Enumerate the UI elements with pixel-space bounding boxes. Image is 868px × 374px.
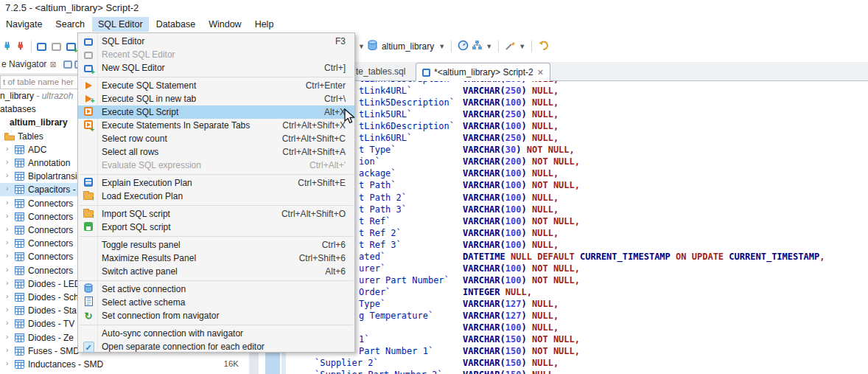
save-green-icon bbox=[81, 221, 96, 234]
expand-chevron-icon[interactable]: › bbox=[6, 279, 8, 287]
menu-item-shortcut: Ctrl+Enter bbox=[306, 80, 346, 91]
menu-item-open-separate-connection-for-each-editor[interactable]: ✓Open separate connection for each edito… bbox=[78, 340, 354, 353]
recent-sql-editor-icon[interactable] bbox=[52, 43, 61, 51]
menu-item-import-sql-script[interactable]: Import SQL scriptCtrl+Alt+Shift+O bbox=[78, 207, 354, 221]
sql-editor-icon[interactable] bbox=[37, 43, 46, 51]
expand-chevron-icon[interactable]: › bbox=[6, 212, 8, 220]
menubar-item-navigate[interactable]: Navigate bbox=[0, 17, 48, 32]
tree-item-label: Diodes - Ze bbox=[28, 333, 74, 343]
expand-chevron-icon[interactable]: › bbox=[6, 158, 8, 166]
menu-item-label: Auto-sync connection with navigator bbox=[102, 328, 243, 339]
menu-item-execute-sql-in-new-tab[interactable]: Execute SQL in new tabCtrl+\ bbox=[78, 92, 354, 105]
er-diagram-icon[interactable] bbox=[472, 40, 483, 53]
folder-up-icon bbox=[81, 190, 96, 203]
expand-chevron-icon[interactable]: › bbox=[6, 333, 8, 341]
menu-item-switch-active-panel[interactable]: Switch active panelAlt+6 bbox=[78, 265, 354, 278]
tree-item-label: Capacitors - bbox=[28, 184, 76, 195]
menu-item-shortcut: Ctrl+Alt+Shift+X bbox=[282, 120, 346, 131]
menubar-item-sql-editor[interactable]: SQL Editor bbox=[92, 17, 149, 32]
row-count-badge: 16K bbox=[218, 359, 239, 368]
tree-item-label: Tables bbox=[18, 131, 43, 142]
script-new-icon bbox=[81, 119, 96, 132]
table-icon bbox=[15, 172, 24, 183]
menu-item-execute-sql-script[interactable]: Execute SQL ScriptAlt+X bbox=[78, 105, 354, 119]
table-icon bbox=[15, 293, 24, 304]
expand-chevron-icon[interactable]: › bbox=[6, 184, 8, 193]
menu-item-shortcut: Ctrl+6 bbox=[322, 240, 346, 250]
expand-chevron-icon[interactable]: › bbox=[6, 266, 8, 274]
expand-chevron-icon[interactable]: › bbox=[6, 359, 8, 367]
tree-item-inductances-smd[interactable]: ›Inductances - SMD16K bbox=[0, 358, 256, 371]
dropdown-caret-icon[interactable]: ▼ bbox=[438, 43, 445, 50]
sql-editor-grey-icon bbox=[81, 48, 96, 61]
active-connection-label[interactable]: altium_library bbox=[382, 41, 434, 52]
new-sql-editor-icon[interactable] bbox=[66, 43, 76, 51]
expand-chevron-icon[interactable]: › bbox=[6, 319, 8, 327]
expand-chevron-icon[interactable]: › bbox=[6, 145, 8, 153]
expand-chevron-icon[interactable]: › bbox=[6, 292, 8, 300]
menubar-item-help[interactable]: Help bbox=[249, 17, 280, 32]
sql-script-icon bbox=[422, 69, 430, 77]
tab-create-tables-sql[interactable]: te_tables.sql bbox=[356, 66, 405, 77]
dropdown-caret-icon[interactable]: ▼ bbox=[358, 43, 365, 50]
menu-item-set-connection-from-navigator[interactable]: ↻Set connection from navigator bbox=[78, 309, 354, 322]
brush-icon[interactable] bbox=[505, 40, 516, 54]
dropdown-caret-icon[interactable]: ▼ bbox=[486, 43, 492, 50]
expand-chevron-icon[interactable]: › bbox=[6, 305, 8, 314]
menu-item-label: Select active schema bbox=[102, 297, 185, 308]
table-icon bbox=[15, 185, 24, 196]
undo-arrow-icon[interactable] bbox=[538, 40, 550, 53]
menu-item-select-active-schema[interactable]: Select active schema bbox=[78, 296, 354, 309]
menu-item-label: Set active connection bbox=[102, 284, 186, 294]
menu-item-shortcut: Ctrl+Alt+Shift+O bbox=[281, 209, 346, 219]
expand-chevron-icon[interactable]: › bbox=[6, 225, 8, 233]
connection-host-suffix: - ultrazoh bbox=[34, 91, 73, 101]
tree-item-label: atabases bbox=[0, 104, 36, 114]
menu-item-execute-statements-in-separate-tabs[interactable]: Execute Statements In Separate TabsCtrl+… bbox=[78, 119, 354, 132]
database-cylinder-icon[interactable] bbox=[368, 40, 377, 54]
menu-item-auto-sync-connection-with-navigator[interactable]: Auto-sync connection with navigator bbox=[78, 327, 354, 340]
toolbar-separator bbox=[31, 41, 32, 52]
tree-item-label: altium_library bbox=[10, 117, 68, 128]
menu-item-label: Evaluate SQL expression bbox=[102, 160, 201, 170]
expand-chevron-icon[interactable]: › bbox=[6, 171, 8, 179]
menu-item-load-execution-plan[interactable]: Load Execution Plan bbox=[78, 190, 354, 203]
tree-item-label: Diodes - LED bbox=[28, 279, 80, 289]
menu-item-evaluate-sql-expression: Evaluate SQL expressionCtrl+Alt+' bbox=[78, 159, 354, 172]
menu-item-shortcut: Ctrl+Alt+' bbox=[309, 160, 346, 170]
menu-item-label: Set connection from navigator bbox=[102, 311, 219, 321]
dashboard-gauge-icon[interactable] bbox=[458, 40, 469, 54]
menu-item-label: Toggle results panel bbox=[102, 240, 181, 250]
expand-chevron-icon[interactable]: › bbox=[6, 252, 8, 260]
tab-script-2[interactable]: *<altium_library> Script-2 ✕ bbox=[416, 63, 550, 81]
menubar-item-search[interactable]: Search bbox=[49, 17, 91, 32]
menubar-item-window[interactable]: Window bbox=[203, 17, 247, 32]
menu-item-maximize-results-panel[interactable]: Maximize Results PanelCtrl+Shift+6 bbox=[78, 252, 354, 265]
tree-item-label: Connectors bbox=[28, 212, 73, 222]
schema-icon bbox=[81, 296, 96, 309]
expand-chevron-icon[interactable]: › bbox=[6, 238, 8, 246]
expand-chevron-icon[interactable]: › bbox=[6, 346, 8, 354]
table-icon bbox=[15, 347, 24, 358]
menu-item-execute-sql-statement[interactable]: Execute SQL StatementCtrl+Enter bbox=[78, 79, 354, 92]
disconnect-plug-icon[interactable] bbox=[15, 40, 26, 54]
menu-item-select-all-rows[interactable]: Select all rowsCtrl+Alt+Shift+A bbox=[78, 145, 354, 159]
expand-chevron-icon[interactable]: › bbox=[6, 198, 8, 207]
menu-item-export-sql-script[interactable]: Export SQL script bbox=[78, 221, 354, 234]
menu-item-sql-editor[interactable]: SQL EditorF3 bbox=[78, 35, 354, 48]
menu-item-explain-execution-plan[interactable]: Explain Execution PlanCtrl+Shift+E bbox=[78, 176, 354, 190]
play-icon bbox=[81, 79, 96, 92]
menu-item-set-active-connection[interactable]: Set active connection bbox=[78, 283, 354, 296]
connect-plug-icon[interactable] bbox=[1, 40, 13, 54]
menu-item-new-sql-editor[interactable]: New SQL EditorCtrl+] bbox=[78, 61, 354, 75]
close-icon[interactable]: ✕ bbox=[537, 68, 544, 77]
menu-item-select-row-count[interactable]: Select row countCtrl+Alt+Shift+C bbox=[78, 132, 354, 145]
menubar-item-database[interactable]: Database bbox=[150, 17, 202, 32]
toolbar-connection-group: ▼ altium_library ▼ ▼ ▼ bbox=[358, 37, 550, 56]
table-icon bbox=[15, 280, 24, 291]
toolbar-separator bbox=[531, 41, 532, 52]
dropdown-caret-icon[interactable]: ▼ bbox=[519, 43, 525, 50]
menu-item-label: Execute Statements In Separate Tabs bbox=[102, 120, 250, 131]
menu-item-toggle-results-panel[interactable]: Toggle results panelCtrl+6 bbox=[78, 238, 354, 252]
tree-item-label: Connectors bbox=[28, 238, 73, 249]
